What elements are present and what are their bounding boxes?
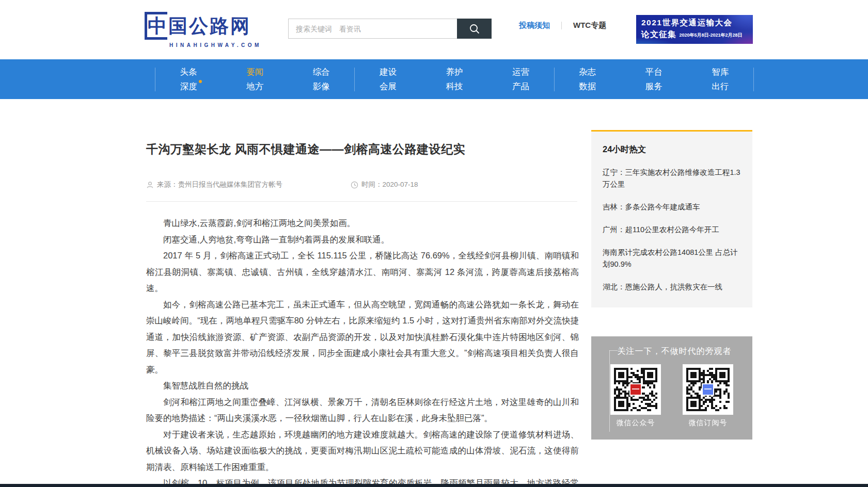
nav-item-pingtai-fuwu: 平台 服务	[621, 59, 687, 99]
nav-item-zazhi-shuju: 杂志 数据	[555, 59, 621, 99]
nav-item-jianshe-huizhan: 建设 会展	[355, 59, 421, 99]
site-logo[interactable]: 中国公路网 HINAHIGHWAY.COM	[145, 11, 262, 48]
qr-frame	[683, 364, 733, 415]
qr-card-public: 微信公众号	[610, 364, 661, 428]
nav-item-yanghu-keji: 养护 科技	[421, 59, 487, 99]
qr-label-subscribe: 微信订阅号	[689, 418, 728, 428]
nav-link-yingxiang[interactable]: 影像	[313, 82, 330, 92]
nav-link-yanghu[interactable]: 养护	[446, 67, 463, 77]
search-button[interactable]	[457, 19, 492, 39]
link-separator	[561, 22, 562, 29]
article-paragraph: 对于建设者来说，生态越原始，环境越幽闭的地方建设难度就越大。剑榕高速的建设除了便…	[146, 427, 579, 476]
article-source: 来源：贵州日报当代融媒体集团官方帐号	[146, 180, 282, 189]
nav-link-zazhi[interactable]: 杂志	[579, 67, 596, 77]
nav-link-keji[interactable]: 科技	[446, 82, 463, 92]
nav-link-huizhan[interactable]: 会展	[380, 82, 397, 92]
nav-inner: 头条 深度 要闻 地方 综合 影像 建设 会展 养护 科技 运营 产品	[155, 59, 754, 99]
hot-article-link[interactable]: 广州：超110公里农村公路今年开工	[603, 224, 741, 236]
qr-card-subscribe: 微信订阅号	[683, 364, 733, 428]
wtc-banner-ad[interactable]: 2021世界交通运输大会 论文征集 2020年5月8日-2021年2月28日	[636, 15, 753, 44]
nav-link-jianshe[interactable]: 建设	[380, 67, 397, 77]
qr-frame	[610, 364, 661, 415]
follow-panel: 关注一下，不做时代的旁观者 微信公众号 微信订阅号	[591, 336, 752, 440]
article-title: 千沟万壑架长龙 风雨不惧建通途——剑榕高速公路建设纪实	[146, 141, 580, 157]
article-paragraph: 2017 年 5 月，剑榕高速正式动工，全长 115.115 公里，桥隧比高达 …	[146, 248, 579, 297]
bottom-bar	[0, 484, 868, 487]
nav-link-shuju[interactable]: 数据	[579, 82, 596, 92]
search-input[interactable]	[288, 19, 457, 39]
clock-icon	[351, 181, 358, 189]
article-paragraph: 如今，剑榕高速公路已基本完工，虽未正式通车，但从高空眺望，宽阔通畅的高速公路犹如…	[146, 297, 579, 378]
banner-line1: 2021世界交通运输大会	[641, 18, 749, 28]
hot-articles-panel: 24小时热文 辽宁：三年实施农村公路维修改造工程1.3万公里 吉林：多条公路今年…	[591, 130, 752, 307]
banner-line2: 论文征集 2020年5月8日-2021年2月28日	[641, 29, 749, 40]
page: 中国公路网 HINAHIGHWAY.COM 投稿须知 WTC专题 2021世界交…	[0, 0, 868, 487]
nav-link-zhiku[interactable]: 智库	[712, 67, 729, 77]
article-paragraph: 剑河和榕江两地之间重峦叠嶂、江河纵横、景象万千，清朝名臣林则徐在行经这片土地，对…	[146, 394, 579, 427]
person-icon	[146, 181, 154, 189]
article-paragraph: 闭塞交通,人穷地贫,弯弯山路一直制约着两县的发展和联通。	[146, 232, 579, 248]
article-meta: 来源：贵州日报当代融媒体集团官方帐号 时间：2020-07-18	[146, 180, 580, 189]
nav-link-shendu[interactable]: 深度	[180, 82, 197, 92]
follow-frame-decoration	[609, 350, 610, 432]
nav-link-yaowen-active[interactable]: 要闻	[246, 67, 263, 77]
site-header: 中国公路网 HINAHIGHWAY.COM 投稿须知 WTC专题 2021世界交…	[0, 0, 868, 59]
nav-link-difang[interactable]: 地方	[246, 82, 263, 92]
article-body: 青山绿水,云蒸霞蔚,剑河和榕江两地之间美景如画。 闭塞交通,人穷地贫,弯弯山路一…	[146, 215, 579, 487]
nav-item-zhiku-chuxing: 智库 出行	[687, 59, 753, 99]
wtc-topic-link[interactable]: WTC专题	[573, 21, 606, 30]
logo-subtitle: HINAHIGHWAY.COM	[169, 42, 262, 48]
article-paragraph: 集智慧战胜自然的挑战	[146, 378, 579, 394]
follow-title: 关注一下，不做时代的旁观者	[607, 346, 742, 357]
banner-dates: 2020年5月8日-2021年2月28日	[679, 33, 742, 38]
hot-article-link[interactable]: 吉林：多条公路今年建成通车	[603, 201, 741, 213]
nav-link-pingtai[interactable]: 平台	[645, 67, 662, 77]
nav-item-yaowen-difang: 要闻 地方	[222, 59, 288, 99]
header-links: 投稿须知 WTC专题	[519, 21, 606, 30]
hot-articles-title: 24小时热文	[603, 144, 741, 155]
article-paragraph: 青山绿水,云蒸霞蔚,剑河和榕江两地之间美景如画。	[146, 215, 579, 232]
nav-link-yunying[interactable]: 运营	[512, 67, 529, 77]
hot-article-link[interactable]: 海南累计完成农村公路14081公里 占总计划90.9%	[603, 247, 741, 270]
wechat-subscription-qr	[685, 367, 731, 412]
article-time: 时间：2020-07-18	[351, 180, 418, 189]
nav-link-chuxing[interactable]: 出行	[712, 82, 729, 92]
search-icon	[468, 23, 481, 35]
submission-notice-link[interactable]: 投稿须知	[519, 21, 550, 30]
nav-link-fuwu[interactable]: 服务	[645, 82, 662, 92]
new-dot-icon	[199, 80, 202, 83]
hot-article-link[interactable]: 湖北：恩施公路人，抗洪救灾在一线	[603, 281, 741, 293]
qr-label-public: 微信公众号	[617, 418, 655, 428]
logo-title: 中国公路网	[148, 17, 251, 36]
search-bar	[288, 19, 492, 39]
article-divider	[146, 201, 577, 202]
hot-article-link[interactable]: 辽宁：三年实施农村公路维修改造工程1.3万公里	[603, 167, 741, 190]
nav-item-zonghe-yingxiang: 综合 影像	[288, 59, 354, 99]
nav-link-zonghe[interactable]: 综合	[313, 67, 330, 77]
qr-row: 微信公众号 微信订阅号	[602, 364, 742, 428]
wechat-public-account-qr	[613, 367, 658, 412]
nav-item-yunying-chanpin: 运营 产品	[487, 59, 554, 99]
nav-divider	[753, 68, 754, 91]
nav-link-chanpin[interactable]: 产品	[512, 82, 529, 92]
nav-link-toutiao[interactable]: 头条	[180, 67, 197, 77]
nav-item-toutiao-shendu: 头条 深度	[155, 59, 222, 99]
main-nav: 头条 深度 要闻 地方 综合 影像 建设 会展 养护 科技 运营 产品	[0, 59, 868, 99]
